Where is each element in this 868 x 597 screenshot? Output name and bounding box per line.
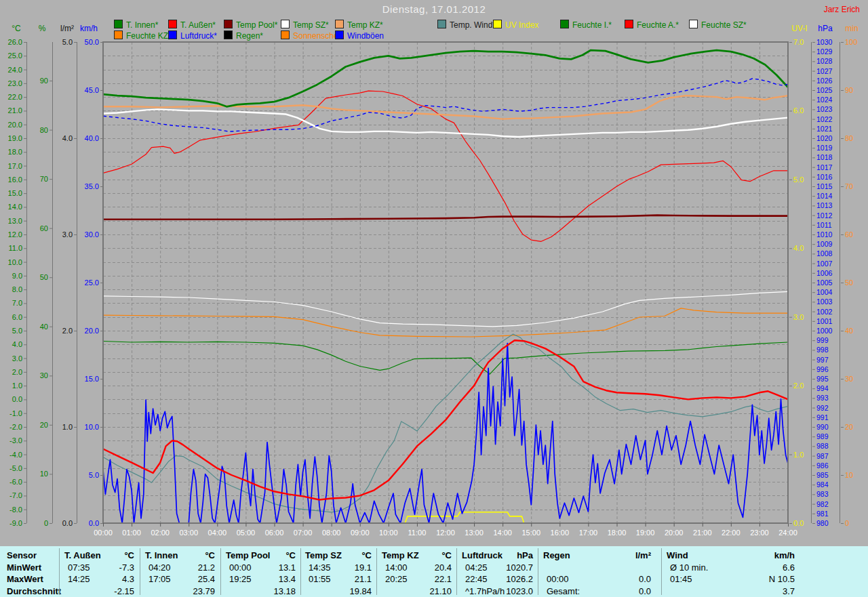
axis-tick-label: 981 bbox=[816, 510, 829, 518]
x-tick-label: 08:00 bbox=[322, 529, 341, 537]
table-col-unit: °C bbox=[124, 550, 134, 560]
table-col-unit: l/m² bbox=[635, 550, 651, 560]
axis-tick-label: 991 bbox=[816, 413, 829, 421]
x-tick-label: 14:00 bbox=[493, 529, 512, 537]
table-time-value: 14:25 bbox=[68, 574, 90, 584]
x-tick-label: 23:00 bbox=[750, 529, 769, 537]
axis-tick-label: 1016 bbox=[816, 173, 833, 181]
axis-tick-label: 1013 bbox=[816, 201, 833, 209]
x-tick-label: 03:00 bbox=[179, 529, 198, 537]
table-measure-value: 6.6 bbox=[783, 562, 795, 573]
table-col-header: T. Innen bbox=[145, 550, 178, 560]
table-separator bbox=[661, 548, 662, 595]
axis-tick-label: -6.0 bbox=[9, 478, 22, 486]
axis-tick-label: 1014 bbox=[816, 192, 833, 200]
axis-tick-label: 1002 bbox=[816, 308, 833, 316]
table-col-header: Temp SZ bbox=[305, 550, 342, 560]
table-col-unit: hPa bbox=[517, 550, 533, 560]
table-time-value: 01:45 bbox=[670, 574, 692, 584]
axis-tick-label: 1007 bbox=[816, 260, 833, 268]
axis-tick-label: 70 bbox=[845, 182, 853, 190]
table-time-value: 22:45 bbox=[465, 574, 488, 584]
axis-tick-label: 0 bbox=[845, 519, 849, 527]
axis-tick-label: 6.0 bbox=[793, 106, 804, 115]
axis-tick-label: 6.0 bbox=[12, 313, 22, 321]
axis-tick-label: 90 bbox=[40, 77, 48, 85]
x-tick-label: 15:00 bbox=[521, 529, 540, 537]
axis-tick-label: 70 bbox=[40, 175, 48, 183]
axis-min: 1009080706050403020100min bbox=[840, 24, 859, 527]
table-col-header: Wind bbox=[667, 550, 688, 560]
table-measure-value: 13.1 bbox=[279, 562, 296, 573]
axis-tick-label: 1004 bbox=[816, 288, 833, 296]
axis-tick-label: 4.0 bbox=[793, 244, 804, 252]
table-time-value: Ø 10 min. bbox=[670, 562, 708, 573]
axis-tick-label: 50 bbox=[845, 279, 853, 287]
x-tick-label: 12:00 bbox=[436, 529, 455, 537]
axis-tick-label: 1021 bbox=[816, 125, 833, 133]
axis-tick-label: 80 bbox=[40, 126, 48, 134]
table-col-unit: °C bbox=[361, 550, 372, 560]
axis-tick-label: 30.0 bbox=[85, 230, 99, 239]
axis-tick-label: 1025 bbox=[816, 86, 833, 94]
axis-tick-label: 998 bbox=[816, 346, 829, 354]
axis-tick-label: 0.0 bbox=[12, 395, 22, 403]
series-temp-pool bbox=[103, 215, 788, 220]
axis-uvi: 7.06.05.04.03.02.01.00.0UV-I bbox=[789, 24, 808, 527]
table-measure-value: 21.10 bbox=[429, 586, 452, 596]
axis-tick-label: 5.0 bbox=[793, 176, 804, 184]
table-time-value: 04:20 bbox=[149, 562, 171, 573]
axis-tick-label: 0 bbox=[44, 519, 48, 527]
axis-tick-label: 1.0 bbox=[12, 382, 22, 390]
x-tick-label: 19:00 bbox=[636, 529, 655, 537]
x-tick-label: 21:00 bbox=[693, 529, 712, 537]
axis-tick-label: 25.0 bbox=[85, 279, 99, 287]
table-row-label: Sensor bbox=[7, 550, 37, 560]
axis-tick-label: 1017 bbox=[816, 163, 833, 171]
table-time-value: 04:25 bbox=[465, 562, 488, 573]
axis-tick-label: 1011 bbox=[816, 221, 832, 229]
axis-unit-label: °C bbox=[12, 24, 21, 33]
axis-tick-label: 8.0 bbox=[12, 285, 22, 293]
table-measure-value: 1026.2 bbox=[506, 574, 533, 584]
axis-tick-label: 987 bbox=[816, 452, 829, 460]
axis-tick-label: 100 bbox=[845, 38, 857, 46]
axis-tick-label: -1.0 bbox=[9, 409, 22, 417]
table-time-value: 07:35 bbox=[68, 562, 90, 573]
axis-tick-label: 60 bbox=[845, 230, 853, 239]
axis-tick-label: 30 bbox=[845, 375, 853, 383]
axis-tick-label: 997 bbox=[816, 356, 829, 364]
table-time-value: 20:25 bbox=[385, 574, 408, 584]
axis-unit-label: l/m² bbox=[60, 24, 74, 33]
axis-tick-label: 0.0 bbox=[793, 519, 804, 527]
table-separator bbox=[456, 548, 457, 595]
x-tick-label: 06:00 bbox=[265, 529, 284, 537]
x-tick-label: 05:00 bbox=[237, 529, 256, 537]
table-measure-value: 1023.0 bbox=[506, 586, 533, 596]
axis-tick-label: 24.0 bbox=[8, 66, 22, 74]
axis-tick-label: 19.0 bbox=[8, 134, 22, 142]
axis-tick-label: 1010 bbox=[816, 230, 833, 239]
axis-tick-label: -9.0 bbox=[9, 519, 22, 527]
axis-unit-label: UV-I bbox=[791, 24, 807, 33]
table-col-unit: °C bbox=[441, 550, 452, 560]
axis-tick-label: 994 bbox=[816, 384, 829, 392]
axis-tick-label: 4.0 bbox=[62, 134, 73, 142]
x-tick-label: 11:00 bbox=[408, 529, 427, 537]
axis-tick-label: 1000 bbox=[816, 327, 833, 335]
x-tick-label: 00:00 bbox=[94, 529, 113, 537]
x-tick-label: 02:00 bbox=[151, 529, 170, 537]
table-measure-value: 1020.7 bbox=[506, 562, 533, 573]
table-separator bbox=[300, 548, 301, 595]
axis-tick-label: -7.0 bbox=[9, 491, 22, 499]
x-tick-label: 16:00 bbox=[551, 529, 570, 537]
table-time-value: 14:35 bbox=[309, 562, 331, 573]
x-tick-label: 07:00 bbox=[294, 529, 313, 537]
table-col-header: Temp Pool bbox=[226, 550, 270, 560]
weather-app-window: Dienstag, 17.01.2012 Jarz Erich T. Innen… bbox=[0, 0, 868, 597]
axis-c: 26.025.024.023.022.021.020.019.018.017.0… bbox=[8, 24, 27, 527]
axis-tick-label: 2.0 bbox=[793, 382, 804, 390]
axis-tick-label: 21.0 bbox=[8, 106, 22, 115]
axis-tick-label: -3.0 bbox=[9, 436, 22, 445]
axis-tick-label: 50 bbox=[40, 273, 48, 281]
